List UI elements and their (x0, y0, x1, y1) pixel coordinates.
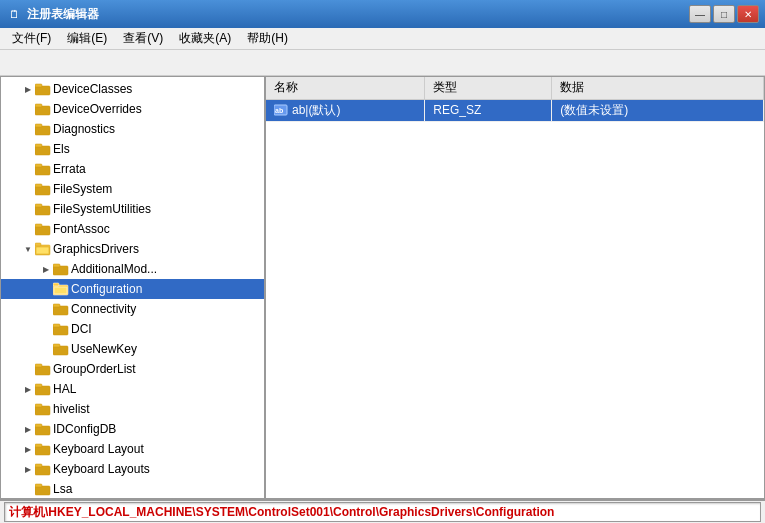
tree-no-arrow (39, 322, 53, 336)
menu-help[interactable]: 帮助(H) (239, 28, 296, 49)
window-title: 注册表编辑器 (27, 6, 689, 23)
tree-no-arrow (39, 342, 53, 356)
tree-label: UseNewKey (71, 342, 264, 356)
svg-rect-8 (35, 166, 50, 175)
tree-no-arrow (21, 362, 35, 376)
folder-icon (35, 162, 51, 176)
tree-no-arrow (21, 122, 35, 136)
tree-item-GraphicsDrivers[interactable]: ▼ GraphicsDrivers (1, 239, 264, 259)
tree-item-IDConfigDB[interactable]: ▶ IDConfigDB (1, 419, 264, 439)
tree-item-FileSystemUtilities[interactable]: FileSystemUtilities (1, 199, 264, 219)
svg-rect-17 (35, 243, 41, 246)
tree-arrow[interactable]: ▶ (21, 462, 35, 476)
tree-item-DeviceClasses[interactable]: ▶ DeviceClasses (1, 79, 264, 99)
svg-rect-40 (35, 466, 50, 475)
svg-rect-0 (35, 86, 50, 95)
folder-icon (53, 262, 69, 276)
svg-rect-36 (35, 426, 50, 435)
tree-label: FontAssoc (53, 222, 264, 236)
tree-no-arrow (21, 162, 35, 176)
tree-arrow[interactable]: ▶ (21, 382, 35, 396)
tree-arrow[interactable]: ▶ (21, 82, 35, 96)
tree-item-DeviceOverrides[interactable]: DeviceOverrides (1, 99, 264, 119)
registry-table: 名称 类型 数据 ab ab|(默认)REG_SZ(数值未设置) (266, 77, 764, 122)
tree-label: GraphicsDrivers (53, 242, 264, 256)
menu-view[interactable]: 查看(V) (115, 28, 171, 49)
svg-rect-3 (35, 104, 42, 107)
svg-rect-11 (35, 184, 42, 187)
tree-item-Configuration[interactable]: Configuration (1, 279, 264, 299)
right-panel[interactable]: 名称 类型 数据 ab ab|(默认)REG_SZ(数值未设置) (266, 77, 764, 498)
tree-label: Els (53, 142, 264, 156)
tree-item-Diagnostics[interactable]: Diagnostics (1, 119, 264, 139)
menu-edit[interactable]: 编辑(E) (59, 28, 115, 49)
svg-rect-33 (35, 384, 42, 387)
tree-item-AdditionalMod[interactable]: ▶ AdditionalMod... (1, 259, 264, 279)
minimize-button[interactable]: — (689, 5, 711, 23)
menu-file[interactable]: 文件(F) (4, 28, 59, 49)
tree-label: GroupOrderList (53, 362, 264, 376)
col-type[interactable]: 类型 (425, 77, 552, 99)
tree-no-arrow (21, 102, 35, 116)
tree-no-arrow (21, 142, 35, 156)
tree-no-arrow (21, 402, 35, 416)
tree-item-Errata[interactable]: Errata (1, 159, 264, 179)
folder-icon (35, 362, 51, 376)
table-row[interactable]: ab ab|(默认)REG_SZ(数值未设置) (266, 99, 764, 121)
status-bar: 计算机\HKEY_LOCAL_MACHINE\SYSTEM\ControlSet… (0, 499, 765, 523)
col-name[interactable]: 名称 (266, 77, 425, 99)
tree-item-DCI[interactable]: DCI (1, 319, 264, 339)
svg-rect-2 (35, 106, 50, 115)
tree-label: AdditionalMod... (71, 262, 264, 276)
svg-rect-25 (53, 304, 60, 307)
window-controls: — □ ✕ (689, 5, 759, 23)
folder-icon (53, 322, 69, 336)
svg-rect-13 (35, 204, 42, 207)
restore-button[interactable]: □ (713, 5, 735, 23)
tree-item-FontAssoc[interactable]: FontAssoc (1, 219, 264, 239)
tree-label: Errata (53, 162, 264, 176)
svg-rect-4 (35, 126, 50, 135)
tree-item-UseNewKey[interactable]: UseNewKey (1, 339, 264, 359)
svg-rect-29 (53, 344, 60, 347)
tree-arrow[interactable]: ▶ (39, 262, 53, 276)
tree-item-KeyboardLayouts[interactable]: ▶ Keyboard Layouts (1, 459, 264, 479)
cell-data: (数值未设置) (552, 99, 764, 121)
svg-rect-31 (35, 364, 42, 367)
tree-item-Connectivity[interactable]: Connectivity (1, 299, 264, 319)
folder-icon (35, 202, 51, 216)
svg-rect-9 (35, 164, 42, 167)
svg-rect-35 (35, 404, 42, 407)
close-button[interactable]: ✕ (737, 5, 759, 23)
tree-no-arrow (21, 202, 35, 216)
svg-text:ab: ab (275, 107, 283, 114)
tree-arrow[interactable]: ▼ (21, 242, 35, 256)
tree-arrow[interactable]: ▶ (21, 422, 35, 436)
tree-item-GroupOrderList[interactable]: GroupOrderList (1, 359, 264, 379)
tree-item-Lsa[interactable]: Lsa (1, 479, 264, 498)
tree-label: FileSystem (53, 182, 264, 196)
tree-panel[interactable]: ▶ DeviceClasses DeviceOverrides Diagnost… (1, 77, 266, 498)
tree-item-Els[interactable]: Els (1, 139, 264, 159)
tree-no-arrow (39, 282, 53, 296)
tree-item-HAL[interactable]: ▶ HAL (1, 379, 264, 399)
svg-rect-24 (53, 306, 68, 315)
tree-item-KeyboardLayout[interactable]: ▶ Keyboard Layout (1, 439, 264, 459)
tree-item-FileSystem[interactable]: FileSystem (1, 179, 264, 199)
folder-icon (53, 342, 69, 356)
tree-arrow[interactable]: ▶ (21, 442, 35, 456)
svg-rect-7 (35, 144, 42, 147)
tree-label: IDConfigDB (53, 422, 264, 436)
folder-icon (35, 382, 51, 396)
svg-rect-18 (36, 247, 49, 254)
svg-rect-34 (35, 406, 50, 415)
menu-favorites[interactable]: 收藏夹(A) (171, 28, 239, 49)
tree-label: DeviceClasses (53, 82, 264, 96)
tree-no-arrow (21, 222, 35, 236)
svg-rect-15 (35, 224, 42, 227)
svg-rect-41 (35, 464, 42, 467)
tree-item-hivelist[interactable]: hivelist (1, 399, 264, 419)
folder-icon (35, 122, 51, 136)
folder-icon (35, 482, 51, 496)
toolbar (0, 50, 765, 76)
